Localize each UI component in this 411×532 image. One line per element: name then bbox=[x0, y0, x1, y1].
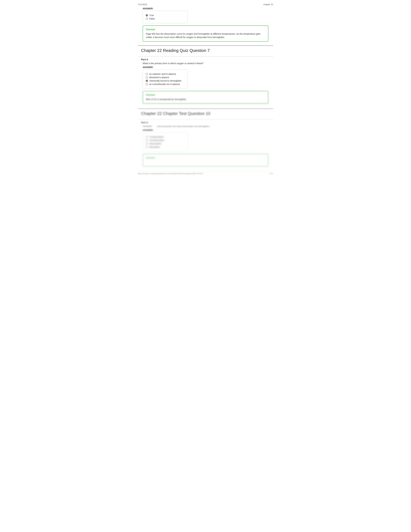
radio-label-bicarbonate: as a bicarbonate ion in plasma bbox=[149, 83, 180, 86]
blurred-circle-1 bbox=[146, 136, 148, 138]
answer-label-q7: ANSWER: bbox=[143, 66, 273, 68]
blurred-circle-3 bbox=[146, 142, 148, 145]
radio-option-dissolved[interactable]: dissolved in plasma bbox=[146, 76, 185, 79]
header-date: 7/21/2016 bbox=[138, 3, 147, 6]
part-divider-q7 bbox=[138, 56, 273, 57]
radio-circle-bicarbonate bbox=[146, 83, 148, 85]
answer-label-prev: ANSWER: bbox=[143, 7, 273, 10]
correct-box-q7: Correct 98% of O2 is transported by hemo… bbox=[143, 91, 268, 104]
footer-page: 7/11 bbox=[270, 172, 273, 175]
blurred-label-3: Dissociation bbox=[149, 142, 161, 145]
radio-circle-false bbox=[146, 18, 148, 20]
radio-label-true: True bbox=[149, 14, 154, 17]
radio-label-false: False bbox=[149, 17, 155, 20]
page-header: 7/21/2016 chapter 22 bbox=[138, 3, 273, 6]
radio-option-carbonic[interactable]: as carbonic acid in plasma bbox=[146, 73, 185, 75]
blurred-option-2: Transformation bbox=[146, 139, 185, 142]
radio-label-hemoglobin: chemically bound to hemoglobin bbox=[149, 79, 181, 82]
blurred-label-2: Transformation bbox=[149, 139, 164, 142]
chapter-title: Chapter 22 Reading Quiz Question 7 bbox=[141, 48, 273, 53]
radio-circle-dissolved bbox=[146, 76, 148, 78]
blurred-question-text: ...blurred question text about dissociat… bbox=[156, 125, 273, 127]
radio-box-prev: True False bbox=[143, 11, 188, 23]
blurred-part-label: Part A bbox=[141, 121, 273, 124]
header-chapter: chapter 22 bbox=[263, 3, 273, 6]
blurred-label-1: Transportation bbox=[149, 136, 164, 138]
blurred-label-4: Absorption bbox=[149, 146, 160, 148]
previous-answer-section: ANSWER: True False Correct Page 835 has … bbox=[138, 7, 273, 42]
correct-box-prev: Correct Page 835 has the dissociation cu… bbox=[143, 26, 268, 42]
correct-title-prev: Correct bbox=[146, 28, 265, 31]
blurred-circle-4 bbox=[146, 146, 148, 148]
radio-circle-hemoglobin bbox=[146, 80, 148, 82]
question-text-q7: What is the primary form in which oxygen… bbox=[143, 62, 273, 65]
blurred-section: Chapter 22 Chapter Test Question 10 Part… bbox=[138, 111, 273, 167]
blurred-radio-box: Transportation Transformation Dissociati… bbox=[143, 132, 188, 152]
radio-option-false[interactable]: False bbox=[146, 17, 185, 20]
radio-circle-true bbox=[146, 14, 148, 17]
radio-option-bicarbonate[interactable]: as a bicarbonate ion in plasma bbox=[146, 83, 185, 86]
page-footer: http://session.masteringanatomy.com/myct… bbox=[138, 171, 273, 175]
blurred-correct-box: Correct bbox=[143, 154, 268, 167]
blurred-option-1: Transportation bbox=[146, 136, 185, 138]
blurred-option-4: Absorption bbox=[146, 146, 185, 148]
section-divider-2 bbox=[138, 108, 273, 109]
correct-title-q7: Correct bbox=[146, 94, 265, 96]
blurred-option-3: Dissociation bbox=[146, 142, 185, 145]
blurred-circle-2 bbox=[146, 139, 148, 141]
radio-option-true[interactable]: True bbox=[146, 14, 185, 17]
footer-url: http://session.masteringanatomy.com/myct… bbox=[138, 172, 203, 175]
radio-option-hemoglobin[interactable]: chemically bound to hemoglobin bbox=[146, 79, 185, 82]
radio-label-dissolved: dissolved in plasma bbox=[149, 76, 169, 79]
blurred-correct-text bbox=[146, 161, 265, 164]
radio-label-carbonic: as carbonic acid in plasma bbox=[149, 73, 176, 75]
correct-text-q7: 98% of O2 is transported by hemoglobin. bbox=[146, 98, 265, 101]
radio-circle-carbonic bbox=[146, 73, 148, 75]
part-label-q7: Part A bbox=[141, 58, 273, 61]
blurred-chapter-title: Chapter 22 Chapter Test Question 10 bbox=[141, 111, 273, 116]
radio-box-q7: as carbonic acid in plasma dissolved in … bbox=[143, 69, 188, 89]
blurred-label: ANSWER: bbox=[143, 125, 152, 127]
section-divider bbox=[138, 46, 273, 46]
question7-section: Part A What is the primary form in which… bbox=[138, 56, 273, 104]
blurred-correct-title: Correct bbox=[146, 156, 265, 159]
correct-text-prev: Page 835 has the dissociation curve for … bbox=[146, 32, 265, 39]
blurred-answer-label: ANSWER: bbox=[143, 129, 273, 131]
